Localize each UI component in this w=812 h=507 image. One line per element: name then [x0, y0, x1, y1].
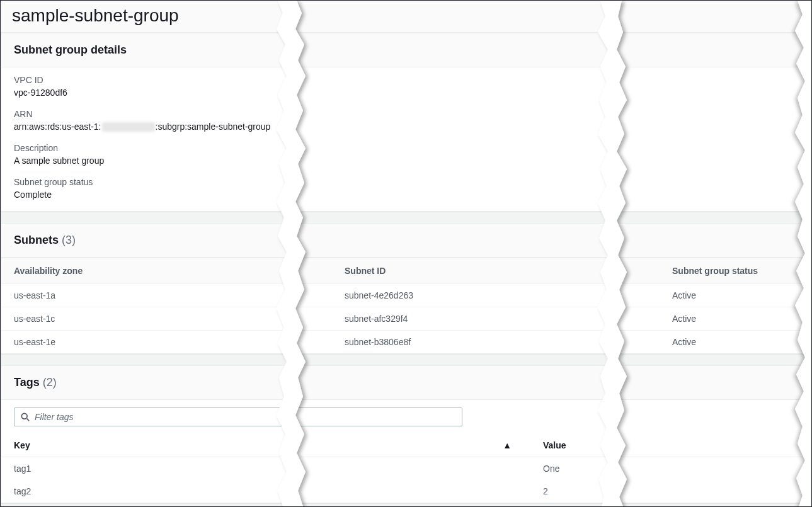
description-value: A sample subnet group [14, 156, 798, 166]
cell-subnet-id: subnet-afc329f4 [332, 307, 647, 331]
cell-az: us-east-1c [1, 307, 332, 331]
table-row[interactable]: tag1 One [1, 457, 811, 481]
cell-key: tag2 [1, 480, 530, 503]
column-key[interactable]: Key ▲ [1, 434, 530, 457]
column-value[interactable]: Value [530, 434, 811, 457]
column-subnet-id[interactable]: Subnet ID [332, 258, 647, 284]
status-label: Subnet group status [14, 177, 798, 187]
arn-redacted-account [102, 122, 155, 132]
table-row[interactable]: tag2 2 [1, 480, 811, 503]
table-row[interactable]: us-east-1c subnet-afc329f4 Active [1, 307, 811, 331]
tags-table: Key ▲ Value tag1 One tag2 2 [1, 434, 811, 503]
cell-subnet-id: subnet-b3806e8f [332, 331, 647, 354]
vpc-id-label: VPC ID [14, 75, 798, 85]
details-heading: Subnet group details [14, 43, 798, 57]
cell-status: Active [647, 284, 811, 307]
column-key-label: Key [14, 440, 30, 450]
cell-subnet-id: subnet-4e26d263 [332, 284, 647, 307]
sort-asc-icon: ▲ [503, 440, 512, 450]
arn-prefix: arn:aws:rds:us-east-1: [14, 122, 101, 132]
subnets-count: (3) [62, 234, 76, 246]
arn-suffix: :subgrp:sample-subnet-group [156, 122, 271, 132]
vpc-id-value: vpc-91280df6 [14, 88, 798, 98]
column-az[interactable]: Availability zone [1, 258, 332, 284]
cell-az: us-east-1e [1, 331, 332, 354]
subnets-table: Availability zone Subnet ID Subnet group… [1, 258, 811, 353]
cell-value: 2 [530, 480, 811, 503]
cell-key: tag1 [1, 457, 530, 481]
tags-panel: Tags (2) Key ▲ [1, 365, 811, 503]
cell-status: Active [647, 331, 811, 354]
svg-point-0 [21, 413, 27, 419]
filter-tags-box[interactable] [14, 407, 462, 426]
subnets-heading-text: Subnets [14, 234, 59, 246]
table-row[interactable]: us-east-1e subnet-b3806e8f Active [1, 331, 811, 354]
arn-value: arn:aws:rds:us-east-1: :subgrp:sample-su… [14, 122, 798, 132]
cell-value: One [530, 457, 811, 481]
subnets-heading: Subnets (3) [14, 234, 798, 247]
status-value: Complete [14, 190, 798, 200]
cell-az: us-east-1a [1, 284, 332, 307]
cell-status: Active [647, 307, 811, 331]
description-label: Description [14, 143, 798, 153]
filter-tags-input[interactable] [35, 412, 455, 422]
svg-line-1 [27, 419, 30, 421]
column-subnet-status[interactable]: Subnet group status [647, 258, 811, 284]
arn-label: ARN [14, 109, 798, 119]
tags-header-row: Key ▲ Value [1, 434, 811, 457]
tags-heading: Tags (2) [14, 376, 798, 389]
search-icon [21, 413, 30, 421]
table-row[interactable]: us-east-1a subnet-4e26d263 Active [1, 284, 811, 307]
subnets-header-row: Availability zone Subnet ID Subnet group… [1, 258, 811, 284]
tags-count: (2) [43, 376, 57, 389]
page-title: sample-subnet-group [12, 6, 800, 26]
details-panel: Subnet group details VPC ID vpc-91280df6… [1, 33, 811, 212]
tags-heading-text: Tags [14, 376, 40, 389]
subnets-panel: Subnets (3) Availability zone Subnet ID … [1, 223, 811, 354]
